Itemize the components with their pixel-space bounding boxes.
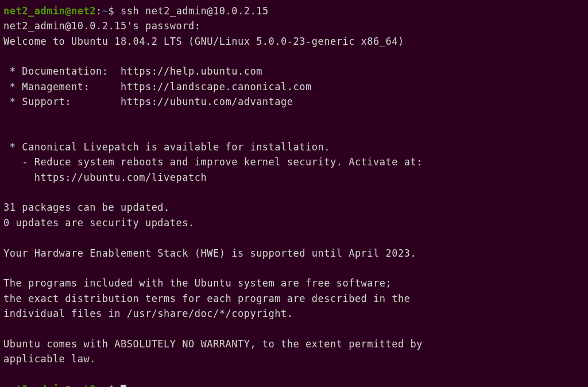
command-line-1: net2_admin@net2:~$ ssh net2_admin@10.0.2… (3, 3, 585, 18)
blank-line (3, 49, 585, 64)
livepatch-line-3: https://ubuntu.com/livepatch (3, 170, 585, 185)
prompt-userhost: net2_admin@net2 (3, 384, 96, 387)
support-link: * Support: https://ubuntu.com/advantage (3, 94, 585, 109)
updates-line-1: 31 packages can be updated. (3, 200, 585, 215)
legal-line-2: the exact distribution terms for each pr… (3, 291, 585, 306)
blank-line (3, 109, 585, 124)
prompt-sep: : (96, 5, 102, 17)
password-prompt: net2_admin@10.0.2.15's password: (3, 18, 585, 33)
legal-line-3: individual files in /usr/share/doc/*/cop… (3, 306, 585, 321)
prompt-end: $ (109, 384, 121, 387)
mgmt-link: * Management: https://landscape.canonica… (3, 79, 585, 94)
hwe-line: Your Hardware Enablement Stack (HWE) is … (3, 246, 585, 261)
blank-line (3, 366, 585, 381)
warranty-line-2: applicable law. (3, 351, 585, 366)
updates-line-2: 0 updates are security updates. (3, 215, 585, 230)
legal-line-1: The programs included with the Ubuntu sy… (3, 276, 585, 291)
ssh-command: ssh net2_admin@10.0.2.15 (121, 5, 269, 17)
livepatch-line-1: * Canonical Livepatch is available for i… (3, 140, 585, 154)
blank-line (3, 185, 585, 200)
prompt-userhost: net2_admin@net2 (3, 5, 96, 17)
blank-line (3, 261, 585, 276)
cursor-icon (121, 385, 126, 387)
blank-line (3, 125, 585, 140)
welcome-banner: Welcome to Ubuntu 18.04.2 LTS (GNU/Linux… (3, 34, 585, 49)
prompt-end: $ (109, 5, 121, 17)
doc-link: * Documentation: https://help.ubuntu.com (3, 64, 585, 79)
livepatch-line-2: - Reduce system reboots and improve kern… (3, 154, 585, 169)
command-line-2[interactable]: net2_admin@net2:~$ (3, 382, 585, 387)
blank-line (3, 230, 585, 245)
terminal-window[interactable]: net2_admin@net2:~$ ssh net2_admin@10.0.2… (3, 3, 585, 387)
prompt-path: ~ (102, 384, 109, 387)
prompt-sep: : (96, 384, 102, 387)
prompt-path: ~ (102, 5, 109, 17)
blank-line (3, 321, 585, 336)
warranty-line-1: Ubuntu comes with ABSOLUTELY NO WARRANTY… (3, 336, 585, 351)
